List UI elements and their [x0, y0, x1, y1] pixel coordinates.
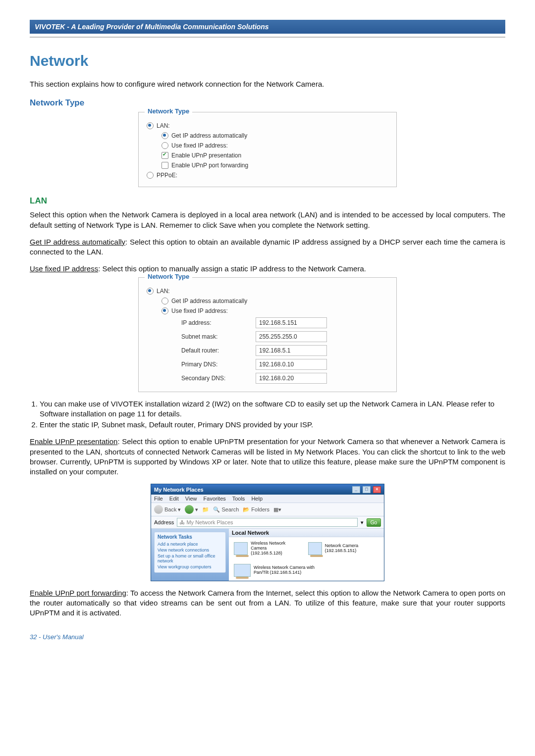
auto-ip-label-2: Get IP address automatically [171, 298, 247, 304]
fixed-ip-label-2: Use fixed IP address: [171, 307, 228, 314]
doc-header-bar: VIVOTEK - A Leading Provider of Multimed… [30, 20, 505, 34]
menu-view[interactable]: View [185, 496, 197, 502]
close-icon[interactable]: × [373, 486, 381, 493]
radio-icon [147, 122, 154, 129]
radio-icon [147, 172, 154, 179]
network-item-1[interactable]: Wireless Network Camera(192.168.5.128) [234, 541, 293, 556]
local-network-pane: Local Network Wireless Network Camera(19… [229, 529, 384, 581]
folders-label: Folders [251, 506, 269, 512]
item3-line1: Wireless Network Camera with [254, 565, 315, 570]
primary-dns-field[interactable]: 192.168.0.10 [256, 359, 327, 370]
item3-line2: Pan/Tilt (192.168.5.141) [254, 570, 301, 575]
auto-ip-radio-row[interactable]: Get IP address automatically [161, 132, 388, 139]
item1-line2: (192.168.5.128) [251, 551, 282, 555]
pppoe-label: PPPoE: [157, 172, 177, 179]
menu-help[interactable]: Help [251, 496, 263, 502]
camera-icon [234, 564, 251, 577]
upnp-presentation-term: Enable UPnP presentation [30, 437, 117, 446]
network-type-heading: Network Type [30, 98, 505, 108]
upnp-presentation-check-row[interactable]: Enable UPnP presentation [161, 152, 388, 159]
auto-ip-term: Get IP address automatically [30, 238, 125, 246]
step-2: Enter the static IP, Subnet mask, Defaul… [40, 420, 505, 430]
view-network-connections-link[interactable]: View network connections [158, 548, 222, 553]
camera-icon [308, 542, 322, 555]
search-button[interactable]: 🔍 Search [213, 506, 239, 513]
page-footer: 32 - User's Manual [30, 633, 505, 641]
fixed-ip-paragraph: Use fixed IP address: Select this option… [30, 264, 505, 274]
upnp-forward-paragraph: Enable UPnP port forwarding: To access t… [30, 588, 505, 618]
subnet-mask-label: Subnet mask: [181, 333, 256, 340]
window-titlebar: My Network Places _ □ × [151, 484, 384, 495]
upnp-forward-term: Enable UPnP port forwarding [30, 589, 126, 597]
forward-button[interactable]: ▾ [185, 505, 198, 514]
menu-tools[interactable]: Tools [232, 496, 245, 502]
address-dropdown-icon[interactable]: ▾ [361, 519, 364, 526]
view-workgroup-link[interactable]: View workgroup computers [158, 564, 222, 569]
fixed-ip-label: Use fixed IP address: [171, 142, 228, 149]
address-bar: Address 🖧 My Network Places ▾ Go [151, 516, 384, 529]
auto-ip-paragraph: Get IP address automatically: Select thi… [30, 237, 505, 257]
folders-button[interactable]: 📂 Folders [243, 506, 269, 513]
section-title: Network [30, 52, 505, 69]
camera-icon [234, 542, 248, 555]
radio-icon [147, 288, 154, 295]
setup-home-network-link[interactable]: Set up a home or small office network [158, 554, 222, 563]
address-field[interactable]: 🖧 My Network Places [177, 518, 357, 527]
lan-paragraph: Select this option when the Network Came… [30, 210, 505, 230]
maximize-icon[interactable]: □ [363, 486, 371, 493]
go-button[interactable]: Go [367, 518, 381, 527]
lan-heading: LAN [30, 196, 505, 206]
fixed-ip-desc: : Select this option to manually assign … [98, 264, 366, 273]
upnp-forward-label: Enable UPnP port forwarding [171, 162, 248, 169]
views-button[interactable]: ▦▾ [273, 506, 281, 513]
address-value: My Network Places [186, 519, 233, 525]
search-label: Search [221, 506, 239, 512]
back-icon [154, 505, 163, 514]
secondary-dns-field[interactable]: 192.168.0.20 [256, 373, 327, 384]
default-router-field[interactable]: 192.168.5.1 [256, 345, 327, 356]
upnp-presentation-paragraph: Enable UPnP presentation: Select this op… [30, 437, 505, 477]
ip-address-field[interactable]: 192.168.5.151 [256, 317, 327, 328]
step-1: You can make use of VIVOTEK installation… [40, 399, 505, 419]
local-network-header: Local Network [229, 529, 384, 537]
item1-line1: Wireless Network Camera [251, 541, 285, 551]
lan-radio-row[interactable]: LAN: [147, 122, 388, 129]
radio-icon [161, 132, 168, 139]
network-tasks-pane: Network Tasks Add a network place View n… [151, 529, 229, 581]
back-label: Back [164, 506, 176, 512]
menu-edit[interactable]: Edit [169, 496, 179, 502]
menu-favorites[interactable]: Favorites [204, 496, 226, 502]
primary-dns-label: Primary DNS: [181, 361, 256, 368]
item2-text: Network Camera (192.168.5.151) [325, 543, 359, 553]
upnp-forward-check-row[interactable]: Enable UPnP port forwarding [161, 162, 388, 169]
intro-paragraph: This section explains how to configure w… [30, 79, 505, 89]
network-type-panel-2: Network Type LAN: Get IP address automat… [138, 277, 397, 392]
checkbox-icon [161, 152, 168, 159]
fixed-ip-radio-row[interactable]: Use fixed IP address: [161, 142, 388, 149]
minimize-icon[interactable]: _ [352, 486, 360, 493]
lan-label: LAN: [157, 122, 170, 129]
fixed-ip-radio-row-2[interactable]: Use fixed IP address: [161, 307, 388, 314]
menu-file[interactable]: File [154, 496, 163, 502]
network-type-panel-1: Network Type LAN: Get IP address automat… [138, 112, 397, 187]
up-button[interactable]: 📁 [202, 506, 209, 513]
forward-icon [185, 505, 194, 514]
subnet-mask-field[interactable]: 255.255.255.0 [256, 331, 327, 342]
auto-ip-radio-row-2[interactable]: Get IP address automatically [161, 298, 388, 304]
network-tasks-heading: Network Tasks [158, 534, 222, 540]
window-toolbar: Back ▾ ▾ 📁 🔍 Search 📂 Folders ▦▾ [151, 503, 384, 516]
steps-list: You can make use of VIVOTEK installation… [30, 399, 505, 430]
network-item-3[interactable]: Wireless Network Camera withPan/Tilt (19… [234, 564, 315, 577]
network-item-2[interactable]: Network Camera (192.168.5.151) [308, 541, 379, 556]
window-title: My Network Places [154, 487, 204, 493]
checkbox-icon [161, 162, 168, 169]
radio-icon [161, 298, 168, 304]
pppoe-radio-row[interactable]: PPPoE: [147, 172, 388, 179]
lan-radio-row-2[interactable]: LAN: [147, 288, 388, 295]
back-button[interactable]: Back ▾ [154, 505, 181, 514]
add-network-place-link[interactable]: Add a network place [158, 542, 222, 547]
default-router-label: Default router: [181, 347, 256, 354]
my-network-places-window: My Network Places _ □ × File Edit View F… [151, 484, 384, 581]
auto-ip-label: Get IP address automatically [171, 132, 247, 139]
lan-label-2: LAN: [157, 288, 170, 295]
